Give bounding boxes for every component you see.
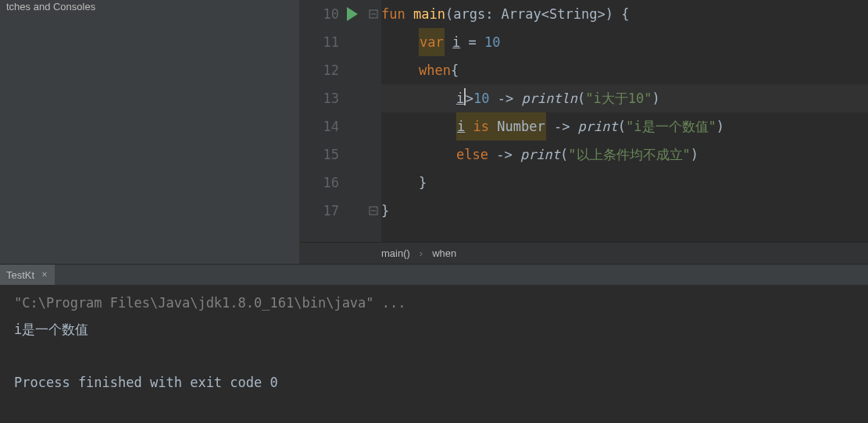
line-number: 16 (323, 169, 339, 197)
console-line: i是一个数值 (14, 322, 88, 337)
kw-else: else (456, 140, 488, 169)
gutter-row[interactable]: 11 (300, 28, 381, 56)
line-number: 12 (323, 56, 339, 84)
fold-start-icon[interactable] (369, 9, 378, 19)
code-line[interactable]: fun main(args: Array<String>) { (381, 0, 868, 28)
fn-main: main (413, 0, 445, 28)
console-line: Process finished with exit code 0 (14, 375, 278, 390)
line-number: 10 (323, 0, 339, 28)
code-line[interactable]: when{ (381, 56, 868, 84)
breadcrumb-when[interactable]: when (432, 247, 456, 259)
line-number: 11 (323, 28, 339, 56)
gutter-row[interactable]: 17 (300, 197, 381, 225)
gutter-row[interactable]: 16 (300, 169, 381, 197)
kw-when: when (419, 56, 451, 84)
gutter: 10 11 12 13 14 15 16 17 (300, 0, 381, 242)
console-cmd: "C:\Program Files\Java\jdk1.8.0_161\bin\… (14, 295, 406, 311)
close-icon[interactable]: × (39, 269, 50, 280)
code-editor[interactable]: 10 11 12 13 14 15 16 17 (300, 0, 868, 242)
breadcrumb: main() › when (300, 242, 868, 264)
console-tab-label: TestKt (6, 269, 34, 281)
run-icon[interactable] (347, 7, 358, 21)
code-line[interactable]: i is Number -> print("i是一个数值") (381, 112, 868, 140)
code-line[interactable]: } (381, 197, 868, 225)
editor: 10 11 12 13 14 15 16 17 (300, 0, 868, 264)
breadcrumb-main[interactable]: main() (381, 247, 410, 259)
console-tabs: TestKt × (0, 265, 868, 285)
console-tab[interactable]: TestKt × (0, 265, 55, 285)
code-line[interactable]: else -> print("以上条件均不成立") (381, 140, 868, 169)
console-output[interactable]: "C:\Program Files\Java\jdk1.8.0_161\bin\… (0, 285, 868, 423)
console-panel: TestKt × "C:\Program Files\Java\jdk1.8.0… (0, 264, 868, 423)
code-line[interactable]: i>10 -> println("i大于10") (381, 84, 868, 112)
kw-var: var (419, 28, 445, 56)
kw-is: is (473, 119, 489, 134)
gutter-row[interactable]: 12 (300, 56, 381, 84)
code-line[interactable]: } (381, 169, 868, 197)
chevron-right-icon: › (420, 247, 423, 259)
fold-end-icon[interactable] (369, 206, 378, 215)
line-number: 14 (323, 112, 339, 140)
sidebar: tches and Consoles (0, 0, 300, 264)
sidebar-title: tches and Consoles (6, 1, 95, 12)
code-line[interactable]: var i = 10 (381, 28, 868, 56)
gutter-row[interactable]: 14 (300, 112, 381, 140)
kw-fun: fun (381, 0, 405, 28)
code-area[interactable]: fun main(args: Array<String>) { var i = … (381, 0, 868, 242)
gutter-row[interactable]: 15 (300, 140, 381, 169)
line-number: 15 (323, 140, 339, 169)
gutter-row[interactable]: 13 (300, 84, 381, 112)
line-number: 17 (323, 197, 339, 225)
gutter-row[interactable]: 10 (300, 0, 381, 28)
line-number: 13 (323, 84, 339, 112)
